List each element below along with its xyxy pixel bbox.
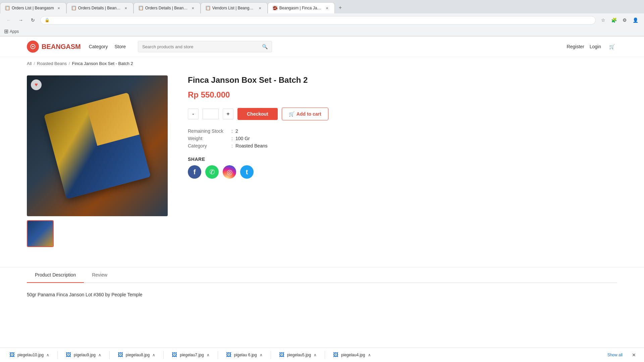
tab-close-btn[interactable]: ✕ <box>56 5 61 11</box>
nav-link-store[interactable]: Store <box>114 44 125 49</box>
cart-btn[interactable]: 🛒 <box>606 41 617 52</box>
share-icons: f ✆ ◎ t <box>188 165 617 179</box>
nav-links: Category Store <box>89 44 126 49</box>
browser-chrome: 📋 Orders List | Beangasm ✕ 📋 Orders Deta… <box>0 0 644 37</box>
page-content: BEANGASM Category Store 🔍 Register Login… <box>0 37 644 338</box>
logo-icon <box>27 41 39 53</box>
quantity-input[interactable]: 1 <box>203 109 219 119</box>
tab-favicon: 🫘 <box>273 6 277 10</box>
tab-favicon: 📋 <box>139 6 143 10</box>
quantity-minus-btn[interactable]: - <box>188 109 199 119</box>
meta-sep-3: : <box>231 143 233 148</box>
tab-orders-list[interactable]: 📋 Orders List | Beangasm ✕ <box>0 2 66 13</box>
thumb-img-1 <box>28 221 53 246</box>
meta-sep-1: : <box>231 128 233 134</box>
tab-title: Orders List | Beangasm <box>12 6 54 10</box>
share-section: SHARE f ✆ ◎ t <box>188 157 617 179</box>
tab-orders-details-1[interactable]: 📋 Orders Details | Beangasm ✕ <box>66 2 133 13</box>
product-title: Finca Janson Box Set - Batch 2 <box>188 75 617 85</box>
breadcrumb: All / Roasted Beans / Finca Janson Box S… <box>0 57 644 70</box>
product-info: Finca Janson Box Set - Batch 2 Rp 550.00… <box>188 75 617 247</box>
reload-btn[interactable]: ↻ <box>28 15 38 25</box>
thumbnail-1[interactable] <box>27 220 54 247</box>
add-to-cart-btn[interactable]: 🛒 Add to cart <box>282 108 328 120</box>
forward-btn[interactable]: → <box>16 15 25 25</box>
search-icon[interactable]: 🔍 <box>262 44 268 49</box>
product-images: ♥ <box>27 75 168 247</box>
extensions-btn[interactable]: 🧩 <box>609 15 619 25</box>
search-bar: 🔍 <box>138 41 272 52</box>
remaining-stock-label: Remaining Stock <box>188 128 231 134</box>
browser-toolbar: ← → ↻ 🔒 beangasm.id/product/draft ☆ 🧩 ⚙ … <box>0 13 644 27</box>
register-link[interactable]: Register <box>567 44 584 49</box>
logo[interactable]: BEANGASM <box>27 41 81 53</box>
remaining-stock-value: 2 <box>235 128 238 134</box>
checkout-btn[interactable]: Checkout <box>237 108 278 120</box>
lock-icon: 🔒 <box>45 18 50 22</box>
settings-btn[interactable]: ⚙ <box>620 15 629 25</box>
weight-label: Weight <box>188 136 231 141</box>
quantity-plus-btn[interactable]: + <box>223 109 233 119</box>
search-input[interactable] <box>142 44 259 49</box>
toolbar-actions: ☆ 🧩 ⚙ 👤 <box>598 15 640 25</box>
category-label: Category <box>188 143 231 148</box>
meta-sep-2: : <box>231 136 233 141</box>
tab-title: Orders Details | Beangasm <box>78 6 121 10</box>
product-meta: Remaining Stock : 2 Weight : 100 Gr Cate… <box>188 128 617 148</box>
wishlist-btn[interactable]: ♥ <box>31 79 42 90</box>
tab-product-active[interactable]: 🫘 Beangasm | Finca Janson Box Se... ✕ <box>268 2 335 13</box>
share-instagram-btn[interactable]: ◎ <box>223 165 236 179</box>
tab-title: Orders Details | Beangasm <box>145 6 188 10</box>
bookmark-btn[interactable]: ☆ <box>598 15 608 25</box>
share-whatsapp-btn[interactable]: ✆ <box>205 165 219 179</box>
tab-orders-details-2[interactable]: 📋 Orders Details | Beangasm ✕ <box>133 2 201 13</box>
apps-bar: ⊞ Apps <box>0 27 644 36</box>
breadcrumb-all[interactable]: All <box>27 61 32 66</box>
thumbnails <box>27 220 168 247</box>
share-label: SHARE <box>188 157 617 162</box>
tab-product-description[interactable]: Product Description <box>27 267 84 283</box>
back-btn[interactable]: ← <box>4 15 13 25</box>
breadcrumb-sep-2: / <box>69 61 70 66</box>
tab-close-btn[interactable]: ✕ <box>190 5 196 11</box>
tab-close-btn[interactable]: ✕ <box>123 5 128 11</box>
tab-favicon: 📋 <box>206 6 210 10</box>
add-cart-label: Add to cart <box>297 111 321 117</box>
profile-btn[interactable]: 👤 <box>631 15 640 25</box>
tab-vendors-list[interactable]: 📋 Vendors List | Beangasm ✕ <box>201 2 268 13</box>
tab-close-btn[interactable]: ✕ <box>324 5 330 11</box>
navbar-right: Register Login 🛒 <box>567 41 617 52</box>
tabs-header: Product Description Review <box>27 267 617 283</box>
main-product-image: ♥ <box>27 75 168 216</box>
breadcrumb-category[interactable]: Roasted Beans <box>37 61 67 66</box>
navbar: BEANGASM Category Store 🔍 Register Login… <box>0 37 644 57</box>
tab-review[interactable]: Review <box>84 267 115 283</box>
address-bar: 🔒 beangasm.id/product/draft <box>40 16 596 24</box>
main-image-placeholder <box>27 75 168 216</box>
weight-value: 100 Gr <box>235 136 250 141</box>
product-box-art <box>44 93 151 199</box>
apps-label: Apps <box>10 29 19 34</box>
breadcrumb-current: Finca Janson Box Set - Batch 2 <box>72 61 133 66</box>
share-twitter-btn[interactable]: t <box>240 165 254 179</box>
tab-description-text: 50gr Panama Finca Janson Lot #360 by Peo… <box>27 291 617 298</box>
tab-title: Vendors List | Beangasm <box>212 6 255 10</box>
logo-text: BEANGASM <box>42 43 81 51</box>
tab-close-btn[interactable]: ✕ <box>257 5 263 11</box>
login-link[interactable]: Login <box>590 44 601 49</box>
meta-remaining-stock: Remaining Stock : 2 <box>188 128 617 134</box>
product-price: Rp 550.000 <box>188 90 617 100</box>
quantity-row: - 1 + Checkout 🛒 Add to cart <box>188 108 617 120</box>
new-tab-btn[interactable]: + <box>335 2 346 13</box>
browser-tabs: 📋 Orders List | Beangasm ✕ 📋 Orders Deta… <box>0 0 644 13</box>
tabs-section: Product Description Review 50gr Panama F… <box>0 267 644 306</box>
meta-category: Category : Roasted Beans <box>188 143 617 148</box>
breadcrumb-sep-1: / <box>34 61 35 66</box>
tab-content-area: 50gr Panama Finca Janson Lot #360 by Peo… <box>27 283 617 306</box>
apps-grid-icon: ⊞ <box>4 28 8 35</box>
meta-weight: Weight : 100 Gr <box>188 136 617 141</box>
address-input[interactable]: beangasm.id/product/draft <box>52 18 591 23</box>
product-section: ♥ Finca Janson Box Set - Batch 2 Rp 550.… <box>0 70 644 260</box>
nav-link-category[interactable]: Category <box>89 44 108 49</box>
share-facebook-btn[interactable]: f <box>188 165 201 179</box>
